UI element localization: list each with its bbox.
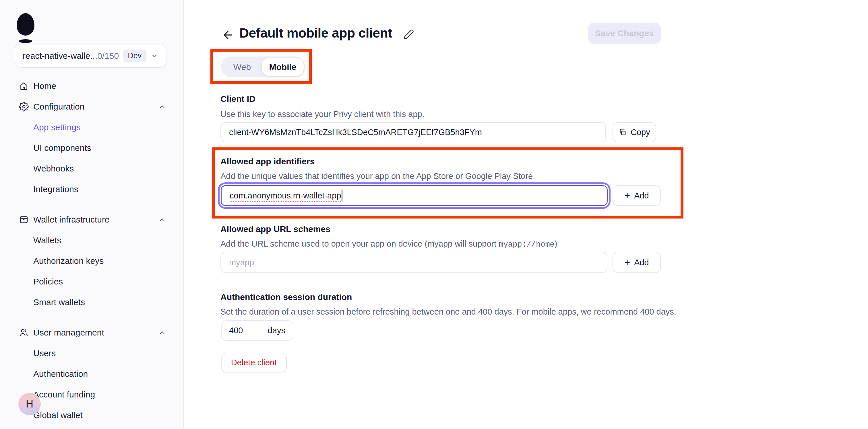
- sidebar: react-native-walle...0/150 Dev Home Conf…: [0, 0, 184, 429]
- sidebar-item-label: Policies: [33, 277, 63, 287]
- url-schemes-description: Add the URL scheme used to open your app…: [220, 239, 557, 249]
- sidebar-item-smart-wallets[interactable]: Smart wallets: [0, 292, 183, 312]
- add-label: Add: [634, 191, 649, 200]
- pencil-icon: [403, 29, 414, 40]
- app-identifier-input[interactable]: com.anonymous.rn-wallet-app: [221, 185, 608, 206]
- sidebar-item-label: Global wallet: [33, 410, 83, 420]
- avatar-initial: H: [26, 398, 33, 410]
- session-duration-description: Set the duration of a user session befor…: [220, 307, 676, 317]
- sidebar-item-label: Smart wallets: [33, 297, 85, 307]
- wallet-icon: [19, 215, 29, 225]
- session-duration-field: days: [221, 320, 293, 341]
- chevron-up-icon: [158, 216, 166, 223]
- sidebar-item-label: Configuration: [33, 102, 84, 111]
- sidebar-item-label: Users: [33, 349, 56, 358]
- sidebar-item-label: Authentication: [33, 369, 88, 379]
- chevron-up-icon: [158, 103, 166, 110]
- client-id-label: Client ID: [220, 94, 255, 104]
- plus-icon: +: [624, 257, 630, 267]
- sidebar-item-home[interactable]: Home: [0, 76, 183, 96]
- sidebar-item-authorization-keys[interactable]: Authorization keys: [0, 251, 183, 271]
- add-url-scheme-button[interactable]: + Add: [613, 252, 661, 273]
- privy-logo-base: [19, 39, 32, 43]
- app-identifiers-description: Add the unique values that identifies yo…: [220, 171, 535, 181]
- session-duration-input[interactable]: [229, 326, 252, 335]
- add-app-identifier-button[interactable]: + Add: [613, 185, 661, 206]
- project-selector[interactable]: react-native-walle...0/150 Dev: [14, 44, 166, 68]
- sidebar-item-label: Wallets: [33, 235, 61, 245]
- copy-label: Copy: [631, 128, 650, 137]
- gear-icon: [19, 102, 29, 111]
- sidebar-nav: Home Configuration App settings UI compo…: [0, 76, 183, 426]
- chevron-down-icon: [150, 52, 158, 60]
- sidebar-item-wallets[interactable]: Wallets: [0, 230, 183, 251]
- sidebar-item-label: User management: [33, 328, 104, 337]
- sidebar-item-label: Webhooks: [33, 164, 74, 173]
- client-id-description: Use this key to associate your Privy cli…: [220, 109, 425, 119]
- tab-web[interactable]: Web: [222, 62, 262, 72]
- url-scheme-input[interactable]: [220, 252, 608, 273]
- sidebar-item-webhooks[interactable]: Webhooks: [0, 158, 183, 179]
- sidebar-item-label: App settings: [33, 123, 81, 132]
- privy-logo: [17, 13, 34, 36]
- sidebar-item-label: Home: [33, 81, 56, 91]
- project-usage: 0/150: [97, 51, 119, 61]
- project-name: react-native-walle...: [23, 51, 97, 61]
- client-id-input[interactable]: [220, 122, 606, 142]
- sidebar-item-ui-components[interactable]: UI components: [0, 138, 183, 158]
- copy-button[interactable]: Copy: [613, 122, 656, 142]
- sidebar-item-policies[interactable]: Policies: [0, 271, 183, 292]
- session-duration-label: Authentication session duration: [220, 292, 352, 302]
- url-scheme-example: myapp://home: [499, 240, 554, 249]
- arrow-left-icon: [222, 29, 234, 41]
- edit-title-button[interactable]: [402, 28, 415, 41]
- url-schemes-description-suffix: ): [555, 239, 557, 248]
- users-icon: [19, 328, 29, 337]
- sidebar-item-configuration[interactable]: Configuration: [0, 96, 183, 117]
- sidebar-item-label: Integrations: [33, 185, 79, 194]
- sidebar-item-users[interactable]: Users: [0, 343, 183, 364]
- sidebar-item-label: Authorization keys: [33, 256, 104, 266]
- url-schemes-label: Allowed app URL schemes: [220, 224, 330, 234]
- app-identifier-value: com.anonymous.rn-wallet-app: [229, 191, 341, 200]
- sidebar-item-label: Wallet infrastructure: [33, 215, 110, 225]
- delete-client-button[interactable]: Delete client: [221, 353, 287, 372]
- text-caret: [342, 190, 342, 201]
- url-schemes-description-text: Add the URL scheme used to open your app…: [220, 239, 499, 248]
- sidebar-item-app-settings[interactable]: App settings: [0, 117, 183, 138]
- back-button[interactable]: [220, 28, 236, 42]
- add-label: Add: [634, 258, 649, 267]
- platform-segmented-control: Web Mobile: [221, 57, 305, 77]
- session-duration-unit: days: [268, 326, 285, 335]
- user-avatar[interactable]: H: [19, 393, 41, 415]
- app-identifiers-label: Allowed app identifiers: [220, 157, 315, 166]
- sidebar-item-label: Account funding: [33, 390, 95, 399]
- home-icon: [19, 81, 29, 91]
- page-title: Default mobile app client: [239, 25, 392, 41]
- chevron-up-icon: [158, 329, 166, 336]
- sidebar-item-label: UI components: [33, 143, 91, 153]
- copy-icon: [619, 128, 627, 136]
- plus-icon: +: [624, 190, 630, 200]
- save-changes-button[interactable]: Save Changes: [588, 23, 661, 43]
- sidebar-item-authentication[interactable]: Authentication: [0, 364, 183, 384]
- tab-mobile[interactable]: Mobile: [262, 58, 304, 76]
- sidebar-item-user-management[interactable]: User management: [0, 322, 183, 343]
- sidebar-item-integrations[interactable]: Integrations: [0, 179, 183, 200]
- sidebar-item-wallet-infrastructure[interactable]: Wallet infrastructure: [0, 209, 183, 230]
- env-badge: Dev: [123, 50, 146, 62]
